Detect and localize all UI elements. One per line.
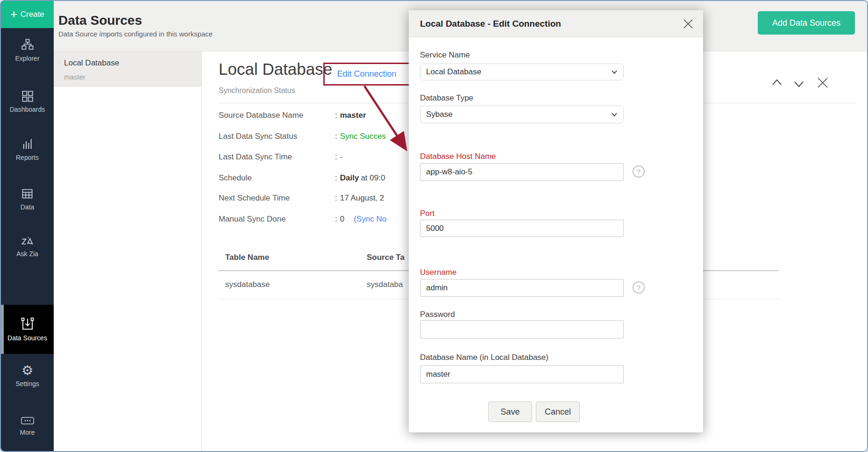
database-name-label: Database Name (in Local Database): [420, 353, 548, 362]
sync-now-link[interactable]: (Sync No: [354, 215, 386, 223]
page-title: Data Sources: [58, 13, 142, 28]
source-name: Local Database: [64, 58, 119, 68]
sidebar-item-label: Data: [21, 203, 35, 211]
app-window: + Create Explorer Dashboards Reports: [0, 0, 868, 452]
row-value: master: [340, 111, 366, 120]
sidebar-item-reports[interactable]: Reports: [1, 137, 54, 161]
source-list-item[interactable]: Local Database master: [54, 51, 201, 86]
colon: :: [335, 215, 337, 223]
row-label: Schedule: [219, 173, 335, 183]
detail-row: Last Data Sync Status:Sync Succes: [219, 132, 386, 142]
source-list-panel: Local Database master: [54, 51, 202, 451]
detail-row: Last Data Sync Time:-: [219, 152, 342, 163]
close-detail-icon[interactable]: [816, 76, 829, 89]
username-input[interactable]: [420, 279, 624, 297]
table-column-header: Source Ta: [367, 253, 405, 262]
help-glyph: ?: [637, 284, 640, 292]
active-indicator: [1, 305, 4, 354]
edit-connection-link[interactable]: Edit Connection: [337, 69, 396, 79]
add-data-sources-button[interactable]: Add Data Sources: [758, 11, 855, 35]
help-icon[interactable]: ?: [633, 281, 645, 294]
modal-title: Local Database - Edit Connection: [420, 10, 561, 37]
password-label: Password: [420, 310, 455, 319]
sidebar-item-label: Data Sources: [7, 334, 47, 342]
port-label: Port: [420, 209, 434, 218]
service-name-label: Service Name: [420, 50, 470, 60]
sidebar-item-label: Ask Zia: [16, 250, 38, 258]
dashboards-icon: [21, 90, 34, 102]
colon: :: [335, 194, 337, 202]
row-label: Last Data Sync Status: [219, 132, 335, 141]
row-value: -: [340, 152, 343, 161]
sidebar-item-data[interactable]: Data: [1, 187, 54, 211]
colon: :: [335, 173, 337, 182]
database-type-value: Sybase: [426, 110, 453, 119]
colon: :: [335, 152, 337, 161]
reports-icon: [21, 137, 34, 151]
more-ellipsis-icon: [21, 416, 35, 425]
colon: :: [335, 132, 337, 141]
table-cell-table-name[interactable]: sysdatabase: [225, 280, 270, 289]
data-sources-icon: [21, 317, 35, 331]
sidebar-item-label: Reports: [16, 154, 39, 161]
select-chevron-icon: [611, 112, 618, 117]
detail-row: Schedule:Dailyat 09:0: [219, 173, 385, 184]
row-label: Source Database Name: [219, 111, 335, 120]
save-button[interactable]: Save: [488, 402, 532, 422]
settings-gear-icon: ⚙: [21, 365, 33, 377]
row-label: Next Schedule Time: [219, 194, 335, 203]
create-button-label: Create: [21, 10, 44, 19]
row-value-status: Sync Succes: [340, 132, 386, 141]
port-input[interactable]: [420, 220, 624, 237]
database-name-input[interactable]: [420, 366, 624, 383]
create-button[interactable]: + Create: [1, 1, 54, 28]
zia-icon: [21, 235, 35, 247]
row-value-rest: at 09:0: [361, 173, 385, 182]
password-input[interactable]: [420, 320, 624, 338]
modal-header: Local Database - Edit Connection: [409, 10, 703, 37]
sync-status-section-label: Synchronization Status: [219, 86, 295, 95]
modal-close-icon[interactable]: [682, 17, 695, 30]
cancel-button[interactable]: Cancel: [536, 402, 580, 422]
detail-row: Next Schedule Time:17 August, 2: [219, 194, 384, 204]
row-value: Daily: [340, 173, 359, 182]
database-type-select[interactable]: Sybase: [420, 106, 624, 123]
table-column-header: Table Name: [225, 253, 269, 262]
help-glyph: ?: [637, 168, 640, 176]
sidebar-item-explorer[interactable]: Explorer: [1, 38, 54, 62]
detail-row: Source Database Name:master: [219, 111, 366, 121]
page-subtitle: Data Source imports configured in this w…: [58, 30, 213, 38]
help-icon[interactable]: ?: [633, 165, 645, 178]
username-label: Username: [420, 268, 456, 277]
edit-connection-modal: Local Database - Edit Connection Service…: [409, 10, 703, 432]
row-value: 0: [340, 215, 344, 223]
row-value: 17 August, 2: [340, 194, 384, 202]
sidebar-item-data-sources[interactable]: Data Sources: [1, 305, 54, 354]
data-icon: [21, 187, 34, 200]
database-host-name-label: Database Host Name: [420, 152, 496, 161]
database-type-label: Database Type: [420, 93, 473, 103]
chevron-up-icon[interactable]: [772, 79, 782, 86]
row-label: Manual Sync Done: [219, 215, 335, 224]
table-cell-source-table: sysdataba: [367, 280, 403, 289]
sidebar-item-more[interactable]: More: [1, 416, 54, 436]
colon: :: [335, 111, 337, 120]
source-database: master: [64, 73, 85, 81]
sidebar: + Create Explorer Dashboards Reports: [1, 1, 54, 451]
sidebar-item-label: Settings: [15, 380, 39, 387]
sidebar-item-label: Explorer: [15, 55, 39, 62]
sidebar-item-ask-zia[interactable]: Ask Zia: [1, 235, 54, 258]
sidebar-item-settings[interactable]: ⚙ Settings: [1, 365, 54, 387]
plus-icon: +: [10, 8, 17, 20]
service-name-value: Local Database: [426, 67, 481, 77]
database-host-name-input[interactable]: [420, 163, 624, 181]
sidebar-item-label: More: [20, 429, 35, 436]
service-name-select[interactable]: Local Database: [420, 64, 624, 80]
annotation-highlight-box: Edit Connection: [323, 63, 410, 86]
select-chevron-icon: [611, 70, 618, 74]
chevron-down-icon[interactable]: [794, 80, 804, 88]
sidebar-item-dashboards[interactable]: Dashboards: [1, 90, 54, 113]
detail-title: Local Database: [219, 60, 332, 79]
row-label: Last Data Sync Time: [219, 152, 335, 162]
sidebar-item-label: Dashboards: [10, 106, 45, 113]
